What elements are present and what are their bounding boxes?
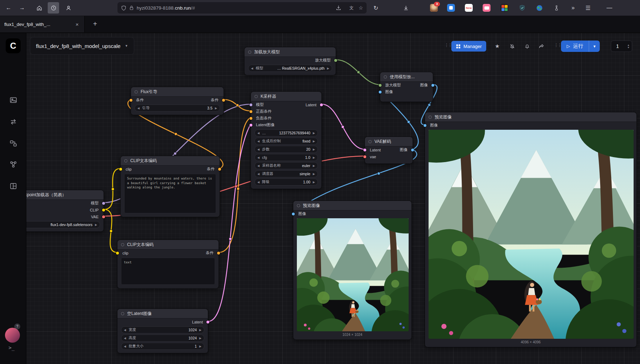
input-slot-negative[interactable]: 负面条件 xyxy=(255,116,272,121)
slot-dot[interactable] xyxy=(320,103,323,106)
collapse-dot[interactable] xyxy=(124,159,127,162)
widget-height[interactable]: ◀高度1024▶ xyxy=(121,334,204,342)
output-slot-conditioning[interactable]: 条件 xyxy=(211,97,220,103)
sidebar-item-nodes[interactable] xyxy=(9,139,18,148)
menu-button[interactable]: ☰ xyxy=(583,3,593,13)
slot-dot[interactable] xyxy=(431,84,434,87)
workflow-name-dropdown[interactable]: flux1_dev_fp8_with_model_upscale ▼ xyxy=(30,37,134,55)
sidebar-item-workflows[interactable] xyxy=(9,117,18,126)
shield-extension-icon[interactable] xyxy=(518,4,526,12)
next-arrow-icon[interactable]: ▶ xyxy=(199,337,201,340)
node-clip-text-encode-negative[interactable]: CLIP文本编码 clip 条件 text xyxy=(117,240,219,289)
prev-arrow-icon[interactable]: ◀ xyxy=(251,67,253,70)
back-button[interactable]: ← xyxy=(3,2,14,14)
drag-handle-icon[interactable]: ⋮⋮ xyxy=(554,42,561,48)
next-arrow-icon[interactable]: ▶ xyxy=(215,107,217,110)
prev-arrow-icon[interactable]: ◀ xyxy=(257,140,259,143)
slot-dot[interactable] xyxy=(250,124,252,127)
node-ksampler[interactable]: K采样器 模型 Latent 正面条件 负面条件 Latent图像 ◀…1237… xyxy=(251,91,322,189)
node-preview-image-small[interactable]: 预览图像 图像 1024 × 1024 xyxy=(293,200,412,340)
next-arrow-icon[interactable]: ▶ xyxy=(327,67,329,70)
prev-arrow-icon[interactable]: ◀ xyxy=(124,328,126,332)
widget-guidance[interactable]: ◀引导3.5▶ xyxy=(135,105,220,112)
output-slot-upscale-model[interactable]: 放大模型 xyxy=(315,58,332,63)
downloads-button[interactable] xyxy=(400,2,411,14)
increment-icon[interactable]: ▲ xyxy=(627,44,630,46)
output-slot-conditioning[interactable]: 条件 xyxy=(206,250,215,256)
widget-model-name[interactable]: ◀模型… RealESRGAN_x4plus.pth▶ xyxy=(248,65,332,72)
collapse-dot[interactable] xyxy=(384,75,387,79)
prompt-textarea[interactable]: text xyxy=(121,258,215,285)
input-slot-vae[interactable]: vae xyxy=(368,155,376,159)
prev-arrow-icon[interactable]: ◀ xyxy=(257,181,259,184)
next-arrow-icon[interactable]: ▶ xyxy=(313,156,315,159)
next-arrow-icon[interactable]: ▶ xyxy=(199,328,201,332)
batch-count-stepper[interactable]: 1 ▲▼ xyxy=(611,41,632,52)
input-slot-positive[interactable]: 正面条件 xyxy=(255,109,272,114)
run-button[interactable]: ▷ 运行 xyxy=(561,41,589,52)
new-workflow-tab-button[interactable]: + xyxy=(90,18,100,29)
close-tab-icon[interactable]: × xyxy=(74,21,80,28)
node-vae-decode[interactable]: VAE解码 Latent 图像 vae xyxy=(364,136,413,164)
next-arrow-icon[interactable]: ▶ xyxy=(313,140,315,143)
prompt-textarea[interactable]: Surrounded by mountains and waters, ther… xyxy=(124,174,216,213)
slot-dot[interactable] xyxy=(292,213,295,215)
sidebar-item-node-library[interactable] xyxy=(9,160,18,169)
home-button[interactable] xyxy=(33,2,45,14)
minimize-window-button[interactable]: — xyxy=(604,3,614,13)
input-slot-image[interactable]: 图像 xyxy=(384,89,393,95)
next-arrow-icon[interactable]: ▶ xyxy=(313,172,315,176)
terminal-icon[interactable]: >_ xyxy=(9,345,15,350)
slot-dot[interactable] xyxy=(119,168,122,171)
widget-seed[interactable]: ◀…123775267699440▶ xyxy=(255,129,318,136)
node-upscale-image-with-model[interactable]: 使用模型放... 放大模型 图像 图像 xyxy=(380,72,433,102)
next-arrow-icon[interactable]: ▶ xyxy=(313,164,315,167)
prev-arrow-icon[interactable]: ◀ xyxy=(257,156,259,159)
prev-arrow-icon[interactable]: ◀ xyxy=(257,164,259,167)
translate-icon[interactable]: 文 xyxy=(349,5,353,11)
share-icon[interactable] xyxy=(537,42,546,51)
next-arrow-icon[interactable]: ▶ xyxy=(199,345,201,348)
bell-off-icon[interactable] xyxy=(508,42,517,51)
account-extension-icon[interactable]: 3 xyxy=(430,4,438,12)
bell-icon[interactable] xyxy=(523,42,532,51)
profile-button[interactable] xyxy=(63,2,74,14)
pink-tv-extension-icon[interactable] xyxy=(483,4,491,12)
output-slot-latent[interactable]: Latent xyxy=(305,103,318,107)
manager-button[interactable]: Manager xyxy=(451,41,486,52)
slot-dot[interactable] xyxy=(130,99,132,102)
slot-dot[interactable] xyxy=(363,149,366,151)
collapse-dot[interactable] xyxy=(121,312,124,315)
slot-dot[interactable] xyxy=(250,110,252,113)
slot-dot[interactable] xyxy=(379,91,382,93)
history-button[interactable] xyxy=(48,2,59,14)
node-flux-guidance[interactable]: Flux引导 条件 条件 ◀引导3.5▶ xyxy=(131,87,224,115)
collapse-dot[interactable] xyxy=(135,90,138,93)
widget-control-after-generate[interactable]: ◀生成后控制fixed▶ xyxy=(255,138,318,145)
sidebar-item-gallery[interactable] xyxy=(9,95,18,105)
input-slot-latent[interactable]: Latent xyxy=(368,148,381,152)
slot-dot[interactable] xyxy=(250,103,252,106)
input-slot-image[interactable]: 图像 xyxy=(297,211,306,216)
output-slot-image[interactable]: 图像 xyxy=(420,82,429,88)
node-empty-latent-image[interactable]: 空Latent图像 Latent ◀宽度1024▶ ◀高度1024▶ ◀批量大小… xyxy=(117,309,208,353)
output-slot-model[interactable]: 模型 xyxy=(91,200,100,206)
overflow-chevrons-button[interactable]: » xyxy=(568,3,578,13)
widget-sampler-name[interactable]: ◀采样器名称euler▶ xyxy=(255,162,318,169)
node-clip-text-encode-positive[interactable]: CLIP文本编码 clip 条件 Surrounded by mountains… xyxy=(120,156,220,217)
output-slot-conditioning[interactable]: 条件 xyxy=(207,166,216,172)
node-preview-image-large[interactable]: 预览图像 图像 4096 × 4096 xyxy=(425,112,637,347)
blue-extension-icon[interactable] xyxy=(447,4,455,12)
collapse-dot[interactable] xyxy=(368,140,372,143)
slot-dot[interactable] xyxy=(363,155,366,158)
widget-batch-size[interactable]: ◀批量大小1▶ xyxy=(121,343,204,350)
sidebar-item-model-library[interactable] xyxy=(9,181,18,191)
slot-dot[interactable] xyxy=(222,99,225,102)
slot-dot[interactable] xyxy=(218,168,221,171)
slot-dot[interactable] xyxy=(411,149,414,151)
slot-dot[interactable] xyxy=(116,252,119,255)
prev-arrow-icon[interactable]: ◀ xyxy=(137,107,140,110)
collapse-dot[interactable] xyxy=(297,204,300,207)
flask-extension-icon[interactable] xyxy=(552,4,560,12)
slot-dot[interactable] xyxy=(102,202,105,205)
